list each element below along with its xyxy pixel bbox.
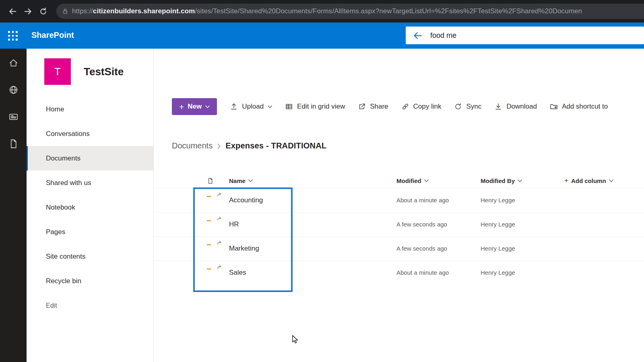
chevron-down-icon xyxy=(268,105,272,108)
main-content: + New Upload Edit in grid view Share Cop… xyxy=(154,49,644,362)
column-header-name[interactable]: Name xyxy=(229,177,396,184)
browser-refresh-button[interactable] xyxy=(35,4,51,19)
chevron-down-icon xyxy=(609,179,613,182)
sync-label: Sync xyxy=(466,103,481,111)
upload-button[interactable]: Upload xyxy=(230,103,272,111)
sidebar-item-edit[interactable]: Edit xyxy=(27,293,153,318)
folder-icon xyxy=(206,195,219,206)
sidebar-item-shared-with-us[interactable]: Shared with us xyxy=(27,171,153,195)
site-sidebar: T TestSite Home Conversations Documents … xyxy=(27,49,154,362)
modified-cell: A few seconds ago xyxy=(396,221,481,228)
folder-name[interactable]: Marketing xyxy=(229,245,396,253)
folder-row-hr[interactable]: HR A few seconds ago Henry Legge xyxy=(154,212,644,236)
add-shortcut-label: Add shortcut to xyxy=(562,103,608,111)
add-shortcut-button[interactable]: Add shortcut to xyxy=(550,103,608,111)
site-logo[interactable]: T xyxy=(44,58,71,85)
add-shortcut-icon xyxy=(550,103,558,111)
sidebar-item-documents[interactable]: Documents xyxy=(27,146,153,171)
edit-in-grid-view-button[interactable]: Edit in grid view xyxy=(285,103,345,111)
modified-cell: About a minute ago xyxy=(396,197,481,204)
edit-in-grid-view-label: Edit in grid view xyxy=(297,103,345,111)
chevron-down-icon xyxy=(205,105,210,108)
back-arrow-icon xyxy=(8,7,17,16)
copy-link-button[interactable]: Copy link xyxy=(401,103,442,111)
modified-cell: A few seconds ago xyxy=(396,245,481,252)
add-column-label: Add column xyxy=(571,177,606,184)
breadcrumb-documents[interactable]: Documents xyxy=(172,141,213,150)
column-header-modified-by[interactable]: Modified By xyxy=(481,177,564,184)
browser-back-button[interactable] xyxy=(5,4,20,19)
breadcrumb: Documents Expenses - TRADITIONAL xyxy=(172,141,326,150)
forward-arrow-icon xyxy=(23,7,33,16)
new-button[interactable]: + New xyxy=(172,98,217,115)
search-box[interactable]: food me xyxy=(406,27,644,44)
modified-by-cell[interactable]: Henry Legge xyxy=(481,245,564,252)
share-label: Share xyxy=(370,103,388,111)
site-header: T TestSite xyxy=(27,49,153,85)
search-back-arrow-icon[interactable] xyxy=(412,30,423,41)
folder-row-accounting[interactable]: Accounting About a minute ago Henry Legg… xyxy=(154,188,644,212)
plus-icon: + xyxy=(564,177,568,185)
copy-link-label: Copy link xyxy=(413,103,442,111)
folder-icon xyxy=(206,243,219,254)
folder-row-sales[interactable]: Sales About a minute ago Henry Legge xyxy=(154,260,644,284)
modified-by-header-label: Modified By xyxy=(481,177,515,184)
sidebar-item-site-contents[interactable]: Site contents xyxy=(27,244,153,269)
site-title: TestSite xyxy=(84,66,124,78)
download-label: Download xyxy=(506,103,537,111)
sidebar-item-home[interactable]: Home xyxy=(27,97,153,121)
globe-icon[interactable] xyxy=(8,85,19,95)
shortcut-arrow-icon xyxy=(217,216,222,221)
chevron-down-icon xyxy=(248,179,253,182)
shortcut-arrow-icon xyxy=(217,192,222,197)
sidebar-item-conversations[interactable]: Conversations xyxy=(27,121,153,146)
modified-cell: About a minute ago xyxy=(396,269,481,276)
chevron-down-icon xyxy=(518,179,522,182)
browser-forward-button[interactable] xyxy=(20,4,35,19)
table-header-row: Name Modified Modified By + Add column xyxy=(154,173,644,188)
modified-by-cell[interactable]: Henry Legge xyxy=(481,197,564,204)
sidebar-item-pages[interactable]: Pages xyxy=(27,220,153,244)
https-lock-icon xyxy=(62,8,68,14)
folder-name[interactable]: Sales xyxy=(229,269,396,277)
folder-name[interactable]: Accounting xyxy=(229,196,396,204)
sidebar-item-recycle-bin[interactable]: Recycle bin xyxy=(27,269,153,293)
app-rail xyxy=(0,49,27,362)
page-icon xyxy=(207,177,214,184)
app-launcher-button[interactable] xyxy=(7,30,19,41)
browser-toolbar: https://citizenbuilders.sharepoint.com/s… xyxy=(0,0,644,23)
upload-label: Upload xyxy=(242,103,264,111)
shortcut-arrow-icon xyxy=(217,265,222,269)
folder-icon xyxy=(206,267,219,278)
folder-row-marketing[interactable]: Marketing A few seconds ago Henry Legge xyxy=(154,236,644,260)
upload-icon xyxy=(230,103,238,111)
url-domain: citizenbuilders.sharepoint.com xyxy=(93,7,195,15)
link-icon xyxy=(401,103,409,111)
shortcut-arrow-icon xyxy=(217,241,222,245)
url-scheme: https:// xyxy=(72,7,93,15)
documents-table: Name Modified Modified By + Add column xyxy=(154,173,644,284)
address-bar[interactable]: https://citizenbuilders.sharepoint.com/s… xyxy=(56,4,644,19)
column-header-modified[interactable]: Modified xyxy=(396,177,481,184)
sidebar-item-notebook[interactable]: Notebook xyxy=(27,195,153,220)
chevron-right-icon xyxy=(217,144,221,149)
plus-icon: + xyxy=(179,103,184,111)
download-button[interactable]: Download xyxy=(494,103,537,111)
folder-name[interactable]: HR xyxy=(229,220,396,228)
modified-by-cell[interactable]: Henry Legge xyxy=(481,221,564,228)
file-type-column-header[interactable] xyxy=(207,177,229,184)
search-input[interactable]: food me xyxy=(430,31,456,40)
news-icon[interactable] xyxy=(8,112,19,122)
site-logo-letter: T xyxy=(54,66,61,78)
sync-button[interactable]: Sync xyxy=(454,103,481,111)
command-bar: + New Upload Edit in grid view Share Cop… xyxy=(154,97,644,117)
refresh-icon xyxy=(39,7,48,16)
document-icon[interactable] xyxy=(8,139,19,149)
share-button[interactable]: Share xyxy=(358,103,388,111)
chevron-down-icon xyxy=(424,179,429,182)
add-column-button[interactable]: + Add column xyxy=(564,177,644,185)
sharepoint-brand: SharePoint xyxy=(31,31,74,40)
modified-by-cell[interactable]: Henry Legge xyxy=(481,269,564,276)
sharepoint-suite-bar: SharePoint food me xyxy=(0,23,644,49)
home-icon[interactable] xyxy=(8,58,19,68)
